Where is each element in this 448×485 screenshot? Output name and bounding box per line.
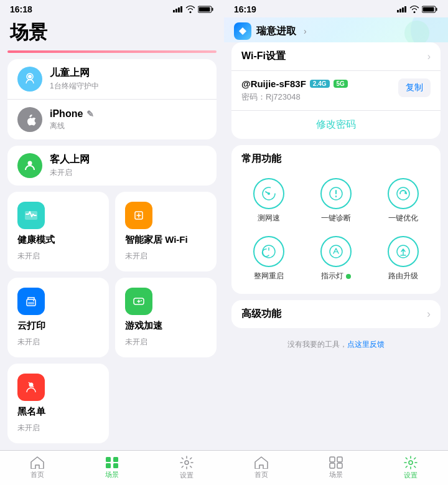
game-icon xyxy=(130,293,147,310)
edit-icon[interactable]: ✎ xyxy=(86,109,94,119)
svg-point-7 xyxy=(28,75,32,78)
right-header: 瑞意进取 › xyxy=(224,17,448,42)
svg-point-34 xyxy=(397,187,409,200)
iphone-device-info: iPhone ✎ 离线 xyxy=(50,108,207,131)
upgrade-label: 路由升级 xyxy=(388,271,418,281)
ruijie-name: 瑞意进取 xyxy=(256,25,296,38)
guest-name: 客人上网 xyxy=(50,153,207,166)
signal-icon xyxy=(173,6,183,12)
reboot-item[interactable]: 整网重启 xyxy=(236,231,301,286)
left-nav-home[interactable]: 首页 xyxy=(0,451,75,485)
wifi-info: @Ruijie-sF83F 2.4G 5G 密码：Rj723048 复制 xyxy=(231,71,441,110)
speedtest-label: 测网速 xyxy=(258,213,280,224)
health-mode-icon xyxy=(17,202,45,229)
battery-icon-right xyxy=(422,6,438,13)
optimize-item[interactable]: 一键优化 xyxy=(371,173,436,228)
change-password-button[interactable]: 修改密码 xyxy=(231,110,441,139)
right-status-bar: 16:19 xyxy=(224,0,448,17)
print-icon xyxy=(22,293,40,310)
svg-rect-19 xyxy=(106,457,111,462)
left-nav-scene[interactable]: 场景 xyxy=(75,451,149,485)
wifi-icon-right xyxy=(409,6,419,13)
game-boost-status: 未开启 xyxy=(125,337,207,347)
copy-password-button[interactable]: 复制 xyxy=(398,78,431,97)
grid-row-2: 云打印 未开启 游戏加速 未开启 xyxy=(7,278,217,357)
game-boost-icon xyxy=(125,288,152,315)
indicator-dot xyxy=(346,274,351,279)
child-device-item[interactable]: 儿童上网 1台终端守护中 xyxy=(7,59,217,99)
svg-rect-30 xyxy=(423,7,434,12)
blacklist-card[interactable]: 黑名单 未开启 xyxy=(7,364,109,443)
svg-rect-3 xyxy=(180,6,182,12)
left-nav-home-label: 首页 xyxy=(30,470,44,479)
smarthome-wifi-card[interactable]: 智能家居 Wi-Fi 未开启 xyxy=(115,192,217,271)
right-scene-icon xyxy=(329,456,343,469)
reboot-icon-circle xyxy=(253,236,284,267)
home-icon xyxy=(30,456,44,469)
health-mode-card[interactable]: 健康模式 未开启 xyxy=(7,192,109,271)
smarthome-wifi-title: 智能家居 Wi-Fi xyxy=(125,234,207,246)
upgrade-item[interactable]: 路由升级 xyxy=(371,231,436,286)
cloud-print-card[interactable]: 云打印 未开启 xyxy=(7,278,109,357)
svg-rect-26 xyxy=(402,7,404,12)
optimize-icon-circle xyxy=(388,178,419,209)
guest-card[interactable]: 客人上网 未开启 xyxy=(7,146,217,186)
left-nav-settings[interactable]: 设置 xyxy=(149,451,224,485)
health-mode-status: 未开启 xyxy=(17,251,99,261)
left-status-icons xyxy=(173,6,214,13)
wifi-section-title: Wi-Fi设置 xyxy=(241,50,286,63)
indicator-icon xyxy=(327,243,345,260)
diagnose-label: 一键诊断 xyxy=(321,213,351,224)
wifi-card: Wi-Fi设置 › @Ruijie-sF83F 2.4G 5G 密码：Rj723… xyxy=(231,42,441,139)
right-settings-icon xyxy=(404,456,418,469)
speedtest-item[interactable]: 测网速 xyxy=(236,173,301,228)
optimize-icon xyxy=(394,185,412,202)
common-functions-title: 常用功能 xyxy=(231,153,441,173)
accent-bar xyxy=(7,50,217,53)
feedback-link[interactable]: 点这里反馈 xyxy=(347,340,385,349)
diagnose-item[interactable]: 一键诊断 xyxy=(304,173,368,228)
speedtest-icon xyxy=(260,185,278,202)
svg-point-32 xyxy=(268,192,270,195)
health-mode-title: 健康模式 xyxy=(17,234,99,246)
iphone-device-item[interactable]: iPhone ✎ 离线 xyxy=(7,99,217,139)
scene-icon xyxy=(105,456,119,469)
indicator-item[interactable]: 指示灯 xyxy=(304,231,368,286)
svg-rect-13 xyxy=(28,302,34,304)
svg-rect-5 xyxy=(212,8,213,11)
block-icon xyxy=(22,379,40,396)
blacklist-status: 未开启 xyxy=(17,423,99,433)
cloud-print-status: 未开启 xyxy=(17,337,99,347)
iphone-icon-circle xyxy=(17,107,42,132)
diagnose-icon-circle xyxy=(320,178,352,209)
left-content: 儿童上网 1台终端守护中 iPhone ✎ 离线 xyxy=(0,50,224,450)
advanced-functions-card[interactable]: 高级功能 › xyxy=(231,300,441,328)
smarthome-wifi-icon xyxy=(125,202,152,229)
wifi-header[interactable]: Wi-Fi设置 › xyxy=(231,42,441,71)
wifi-ssid: @Ruijie-sF83F 2.4G 5G xyxy=(241,78,391,89)
diagnose-icon xyxy=(327,185,345,202)
game-boost-card[interactable]: 游戏加速 未开启 xyxy=(115,278,217,357)
speedtest-icon-circle xyxy=(253,178,284,209)
battery-icon-left xyxy=(198,6,214,13)
advanced-title: 高级功能 xyxy=(241,308,281,321)
right-nav-home[interactable]: 首页 xyxy=(224,451,299,485)
functions-grid: 测网速 一键诊断 xyxy=(231,173,441,286)
guest-icon-circle xyxy=(17,153,42,178)
guest-icon xyxy=(22,158,37,173)
right-nav-settings[interactable]: 设置 xyxy=(373,451,448,485)
ruijie-chevron-icon[interactable]: › xyxy=(304,26,307,36)
health-icon xyxy=(22,207,40,224)
guest-status: 未开启 xyxy=(50,167,207,178)
smarthome-wifi-status: 未开启 xyxy=(125,251,207,261)
upgrade-icon-circle xyxy=(388,236,419,267)
svg-rect-39 xyxy=(337,457,342,462)
left-nav-scene-label: 场景 xyxy=(105,470,119,479)
right-nav-scene[interactable]: 场景 xyxy=(299,451,373,485)
svg-rect-0 xyxy=(173,10,175,12)
reboot-icon xyxy=(260,243,278,260)
indicator-label-wrap: 指示灯 xyxy=(321,271,351,281)
wifi-header-chevron-icon: › xyxy=(427,51,431,62)
right-signal-icon xyxy=(397,6,407,12)
child-device-status: 1台终端守护中 xyxy=(50,81,207,92)
